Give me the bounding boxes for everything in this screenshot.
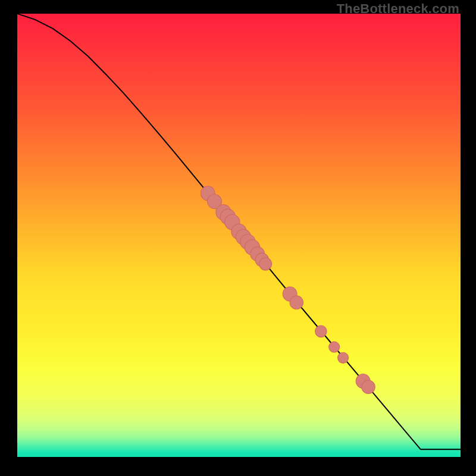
marker-point (338, 352, 349, 363)
chart-stage: TheBottleneck.com (0, 0, 476, 476)
plot-area (17, 14, 461, 463)
marker-point (329, 342, 340, 352)
series-layer (17, 14, 461, 463)
marker-point (315, 325, 327, 337)
marker-point (290, 296, 303, 309)
marker-point (362, 380, 375, 394)
marker-group (201, 186, 375, 394)
marker-point (259, 258, 272, 270)
